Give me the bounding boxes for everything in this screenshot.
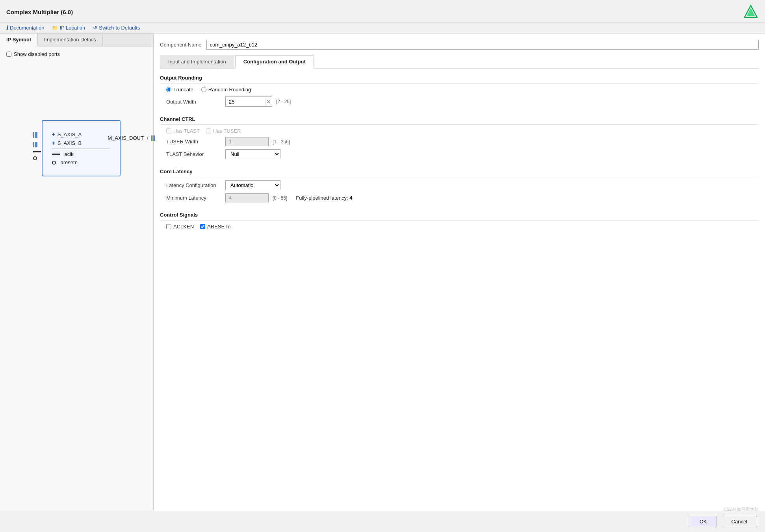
tab-impl-details[interactable]: Implementation Details <box>38 33 103 46</box>
documentation-link[interactable]: ℹ Documentation <box>6 25 44 31</box>
aclken-item[interactable]: ACLKEN <box>166 224 194 230</box>
has-tuser-item[interactable]: Has TUSER <box>206 128 241 134</box>
output-width-input-wrap: ✕ <box>225 96 272 107</box>
svg-marker-1 <box>747 8 755 16</box>
has-tlast-label: Has TLAST <box>173 128 200 134</box>
switch-defaults-label: Switch to Defaults <box>99 25 140 31</box>
left-tabs: IP Symbol Implementation Details <box>0 33 153 46</box>
minimum-latency-range: [0 - 55] <box>273 195 287 201</box>
port-s-axis-b-label: S_AXIS_B <box>58 140 82 146</box>
output-rounding-title: Output Rounding <box>160 75 759 83</box>
fully-pipelined-label: Fully-pipelined latency: <box>296 195 348 201</box>
aresetn-label: ARESETn <box>207 224 230 230</box>
fully-pipelined-value: 4 <box>349 195 352 201</box>
port-s-axis-a-label: S_AXIS_A <box>58 132 82 137</box>
latency-config-row: Latency Configuration Automatic Manual <box>160 180 759 190</box>
core-latency-title: Core Latency <box>160 169 759 177</box>
window-title: Complex Multiplier (6.0) <box>6 9 73 15</box>
component-name-label: Component Name <box>160 42 202 48</box>
tuser-width-input[interactable] <box>225 137 269 146</box>
show-disabled-checkbox[interactable] <box>6 52 11 57</box>
folder-icon: 📁 <box>52 25 58 31</box>
tlast-behavior-label: TLAST Behavior <box>166 151 221 157</box>
toolbar: ℹ Documentation 📁 IP Location ↺ Switch t… <box>0 22 765 33</box>
right-panel: Component Name Input and Implementation … <box>154 33 765 511</box>
tab-input-impl[interactable]: Input and Implementation <box>160 55 234 68</box>
component-name-input[interactable] <box>206 40 759 50</box>
output-width-input[interactable] <box>226 98 265 106</box>
control-signals-checkboxes: ACLKEN ARESETn <box>160 224 759 230</box>
show-disabled-label: Show disabled ports <box>14 51 60 57</box>
control-signals-section: Control Signals ACLKEN ARESETn <box>160 212 759 233</box>
has-tlast-checkbox[interactable] <box>166 128 171 133</box>
aresetn-item[interactable]: ARESETn <box>200 224 230 230</box>
ip-symbol-canvas: + S_AXIS_A + S_AXIS_B aclk <box>6 120 147 176</box>
tab-ip-symbol[interactable]: IP Symbol <box>0 33 38 46</box>
component-name-row: Component Name <box>160 40 759 50</box>
port-aresetn: aresetn <box>52 159 110 165</box>
bottom-bar: OK Cancel <box>0 511 765 532</box>
port-m-axis-dout-label: M_AXIS_DOUT <box>108 135 144 141</box>
random-rounding-label: Random Rounding <box>208 87 251 93</box>
control-signals-title: Control Signals <box>160 212 759 221</box>
port-aclk-label: aclk <box>65 151 74 157</box>
ip-block: + S_AXIS_A + S_AXIS_B aclk <box>42 120 121 176</box>
output-width-range: [2 - 25] <box>276 99 291 104</box>
channel-ctrl-checkboxes: Has TLAST Has TUSER <box>160 128 759 134</box>
fully-pipelined-text: Fully-pipelined latency: 4 <box>296 195 352 201</box>
output-width-row: Output Width ✕ [2 - 25] <box>160 96 759 107</box>
watermark: CSDN @马恩大伙 <box>724 506 759 511</box>
has-tuser-label: Has TUSER <box>213 128 241 134</box>
main-window: Complex Multiplier (6.0) ℹ Documentation… <box>0 0 765 532</box>
truncate-radio[interactable] <box>166 87 171 92</box>
cancel-button[interactable]: Cancel <box>722 516 757 527</box>
core-latency-section: Core Latency Latency Configuration Autom… <box>160 169 759 206</box>
port-s-axis-a: + S_AXIS_A <box>52 131 110 137</box>
show-disabled-row: Show disabled ports <box>6 51 147 57</box>
aclken-label: ACLKEN <box>173 224 194 230</box>
tlast-behavior-select[interactable]: Null Pass_Data_A Pass_Data_B <box>225 149 280 159</box>
documentation-label: Documentation <box>10 25 44 31</box>
tab-config-output[interactable]: Configuration and Output <box>235 55 314 69</box>
tuser-width-range: [1 - 256] <box>273 139 290 145</box>
port-aclk: aclk <box>52 151 110 157</box>
channel-ctrl-section: Channel CTRL Has TLAST Has TUSER TUSER W… <box>160 116 759 162</box>
tlast-behavior-row: TLAST Behavior Null Pass_Data_A Pass_Dat… <box>160 149 759 159</box>
truncate-radio-item[interactable]: Truncate <box>166 87 193 93</box>
latency-config-label: Latency Configuration <box>166 182 221 188</box>
switch-defaults-link[interactable]: ↺ Switch to Defaults <box>93 25 140 31</box>
output-rounding-section: Output Rounding Truncate Random Rounding… <box>160 75 759 110</box>
left-panel: IP Symbol Implementation Details Show di… <box>0 33 154 511</box>
right-tabs: Input and Implementation Configuration a… <box>160 55 759 69</box>
output-width-clear-btn[interactable]: ✕ <box>265 97 272 106</box>
tuser-width-row: TUSER Width [1 - 256] <box>160 137 759 146</box>
minimum-latency-input[interactable] <box>225 193 269 202</box>
ok-button[interactable]: OK <box>690 516 717 527</box>
content-area: IP Symbol Implementation Details Show di… <box>0 33 765 511</box>
has-tuser-checkbox[interactable] <box>206 128 211 133</box>
random-rounding-radio[interactable] <box>201 87 206 92</box>
minimum-latency-row: Minimum Latency [0 - 55] Fully-pipelined… <box>160 193 759 202</box>
left-tab-content: Show disabled ports <box>0 46 153 511</box>
minimum-latency-label: Minimum Latency <box>166 195 221 201</box>
truncate-label: Truncate <box>173 87 193 93</box>
output-width-label: Output Width <box>166 99 221 105</box>
ip-location-link[interactable]: 📁 IP Location <box>52 25 85 31</box>
refresh-icon: ↺ <box>93 25 97 31</box>
port-aresetn-label: aresetn <box>61 159 78 165</box>
has-tlast-item[interactable]: Has TLAST <box>166 128 200 134</box>
port-m-axis-dout-row: M_AXIS_DOUT + <box>108 135 155 141</box>
latency-config-select[interactable]: Automatic Manual <box>225 180 280 190</box>
random-rounding-radio-item[interactable]: Random Rounding <box>201 87 251 93</box>
channel-ctrl-title: Channel CTRL <box>160 116 759 125</box>
logo <box>743 4 759 20</box>
aclken-checkbox[interactable] <box>166 224 171 229</box>
info-icon: ℹ <box>6 25 8 31</box>
title-bar: Complex Multiplier (6.0) <box>0 0 765 22</box>
port-s-axis-b: + S_AXIS_B <box>52 140 110 146</box>
rounding-radio-row: Truncate Random Rounding <box>160 87 759 93</box>
tuser-width-label: TUSER Width <box>166 139 221 145</box>
aresetn-checkbox[interactable] <box>200 224 205 229</box>
ip-location-label: IP Location <box>59 25 85 31</box>
